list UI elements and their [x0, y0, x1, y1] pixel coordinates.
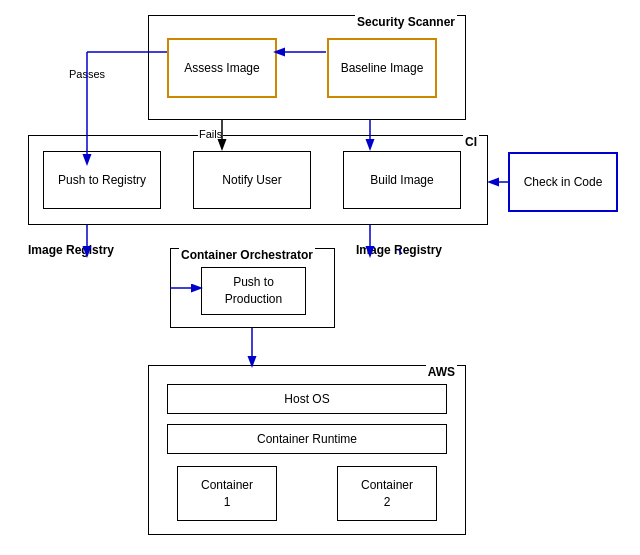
assess-image-box: Assess Image — [167, 38, 277, 98]
ci-group: CI Push to Registry Notify User Build Im… — [28, 135, 488, 225]
image-registry-right-label: Image Registry — [356, 243, 442, 257]
security-scanner-group: Security Scanner Assess Image Baseline I… — [148, 15, 466, 120]
container2-box: Container 2 — [337, 466, 437, 521]
image-registry-left-label: Image Registry — [28, 243, 114, 257]
host-os-box: Host OS — [167, 384, 447, 414]
aws-label: AWS — [426, 365, 457, 379]
passes-label: Passes — [68, 68, 106, 80]
container1-box: Container 1 — [177, 466, 277, 521]
push-to-registry-box: Push to Registry — [43, 151, 161, 209]
container-orchestrator-group: Container Orchestrator Push to Productio… — [170, 248, 335, 328]
security-scanner-label: Security Scanner — [355, 15, 457, 29]
notify-user-box: Notify User — [193, 151, 311, 209]
container-orchestrator-label: Container Orchestrator — [179, 248, 315, 262]
build-image-box: Build Image — [343, 151, 461, 209]
diagram-container: Security Scanner Assess Image Baseline I… — [0, 0, 640, 555]
ci-label: CI — [463, 135, 479, 149]
check-in-code-box: Check in Code — [508, 152, 618, 212]
fails-label: Fails — [198, 128, 223, 140]
container-runtime-box: Container Runtime — [167, 424, 447, 454]
aws-group: AWS Host OS Container Runtime Container … — [148, 365, 466, 535]
push-to-production-box: Push to Production — [201, 267, 306, 315]
baseline-image-box: Baseline Image — [327, 38, 437, 98]
